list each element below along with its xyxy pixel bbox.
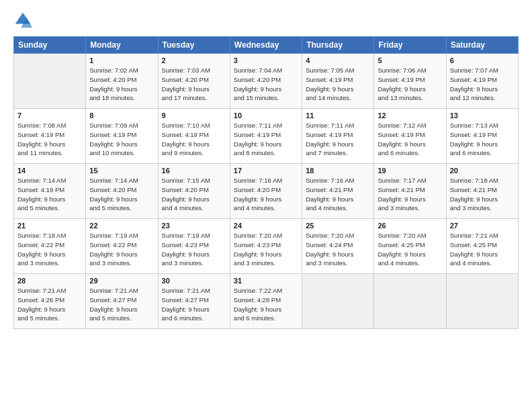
day-number: 23 (162, 222, 226, 230)
day-number: 15 (89, 167, 154, 175)
day-number: 9 (162, 111, 226, 120)
day-detail: Sunrise: 7:10 AM Sunset: 4:19 PM Dayligh… (162, 121, 226, 158)
calendar-cell: 13Sunrise: 7:13 AM Sunset: 4:19 PM Dayli… (446, 109, 518, 164)
calendar-cell: 1Sunrise: 7:02 AM Sunset: 4:20 PM Daylig… (86, 54, 158, 109)
calendar-cell: 18Sunrise: 7:16 AM Sunset: 4:21 PM Dayli… (302, 164, 374, 219)
day-number: 21 (17, 222, 82, 230)
calendar-cell: 12Sunrise: 7:12 AM Sunset: 4:19 PM Dayli… (374, 109, 446, 164)
day-detail: Sunrise: 7:09 AM Sunset: 4:19 PM Dayligh… (89, 121, 154, 158)
day-number: 4 (306, 56, 370, 64)
calendar-cell: 28Sunrise: 7:21 AM Sunset: 4:26 PM Dayli… (14, 274, 86, 329)
day-number: 13 (450, 111, 515, 120)
calendar-cell: 4Sunrise: 7:05 AM Sunset: 4:19 PM Daylig… (302, 54, 374, 109)
calendar-cell (374, 274, 446, 329)
day-detail: Sunrise: 7:11 AM Sunset: 4:19 PM Dayligh… (234, 121, 298, 158)
calendar-cell: 29Sunrise: 7:21 AM Sunset: 4:27 PM Dayli… (86, 274, 158, 329)
calendar-header-monday: Monday (86, 37, 158, 54)
calendar-cell: 24Sunrise: 7:20 AM Sunset: 4:23 PM Dayli… (230, 219, 302, 274)
calendar-header-row: SundayMondayTuesdayWednesdayThursdayFrid… (14, 37, 519, 54)
calendar-cell: 31Sunrise: 7:22 AM Sunset: 4:28 PM Dayli… (230, 274, 302, 329)
day-number: 19 (378, 167, 442, 175)
day-number: 5 (378, 56, 442, 64)
day-detail: Sunrise: 7:02 AM Sunset: 4:20 PM Dayligh… (89, 66, 154, 103)
day-number: 27 (450, 222, 515, 230)
calendar-header-wednesday: Wednesday (230, 37, 302, 54)
calendar-header-thursday: Thursday (302, 37, 374, 54)
day-detail: Sunrise: 7:20 AM Sunset: 4:24 PM Dayligh… (306, 231, 370, 268)
calendar-cell: 17Sunrise: 7:16 AM Sunset: 4:20 PM Dayli… (230, 164, 302, 219)
day-detail: Sunrise: 7:08 AM Sunset: 4:19 PM Dayligh… (17, 121, 82, 158)
calendar-cell: 5Sunrise: 7:06 AM Sunset: 4:19 PM Daylig… (374, 54, 446, 109)
calendar-header-tuesday: Tuesday (158, 37, 230, 54)
day-detail: Sunrise: 7:04 AM Sunset: 4:20 PM Dayligh… (234, 66, 298, 103)
day-detail: Sunrise: 7:18 AM Sunset: 4:21 PM Dayligh… (450, 176, 515, 213)
calendar-cell: 22Sunrise: 7:19 AM Sunset: 4:22 PM Dayli… (86, 219, 158, 274)
day-detail: Sunrise: 7:21 AM Sunset: 4:26 PM Dayligh… (17, 286, 82, 323)
day-detail: Sunrise: 7:21 AM Sunset: 4:27 PM Dayligh… (162, 286, 226, 323)
calendar-cell: 25Sunrise: 7:20 AM Sunset: 4:24 PM Dayli… (302, 219, 374, 274)
day-number: 28 (17, 277, 82, 285)
day-detail: Sunrise: 7:21 AM Sunset: 4:25 PM Dayligh… (450, 231, 515, 268)
day-detail: Sunrise: 7:20 AM Sunset: 4:23 PM Dayligh… (234, 231, 298, 268)
day-detail: Sunrise: 7:18 AM Sunset: 4:22 PM Dayligh… (17, 231, 82, 268)
day-number: 10 (234, 111, 298, 120)
day-number: 12 (378, 111, 442, 120)
calendar-week-3: 14Sunrise: 7:14 AM Sunset: 4:19 PM Dayli… (14, 164, 519, 219)
calendar-header-saturday: Saturday (446, 37, 518, 54)
day-number: 1 (89, 56, 154, 64)
day-detail: Sunrise: 7:14 AM Sunset: 4:19 PM Dayligh… (17, 176, 82, 213)
calendar-cell: 26Sunrise: 7:20 AM Sunset: 4:25 PM Dayli… (374, 219, 446, 274)
calendar-cell: 19Sunrise: 7:17 AM Sunset: 4:21 PM Dayli… (374, 164, 446, 219)
calendar-cell: 15Sunrise: 7:14 AM Sunset: 4:20 PM Dayli… (86, 164, 158, 219)
day-number: 20 (450, 167, 515, 175)
day-number: 2 (162, 56, 226, 64)
day-number: 3 (234, 56, 298, 64)
calendar-cell: 8Sunrise: 7:09 AM Sunset: 4:19 PM Daylig… (86, 109, 158, 164)
calendar-cell (446, 274, 518, 329)
day-number: 11 (306, 111, 370, 120)
day-detail: Sunrise: 7:16 AM Sunset: 4:20 PM Dayligh… (234, 176, 298, 213)
calendar-week-5: 28Sunrise: 7:21 AM Sunset: 4:26 PM Dayli… (14, 274, 519, 329)
day-detail: Sunrise: 7:07 AM Sunset: 4:19 PM Dayligh… (450, 66, 515, 103)
day-number: 29 (89, 277, 154, 285)
day-number: 25 (306, 222, 370, 230)
day-detail: Sunrise: 7:19 AM Sunset: 4:23 PM Dayligh… (162, 231, 226, 268)
day-number: 17 (234, 167, 298, 175)
day-detail: Sunrise: 7:11 AM Sunset: 4:19 PM Dayligh… (306, 121, 370, 158)
day-detail: Sunrise: 7:05 AM Sunset: 4:19 PM Dayligh… (306, 66, 370, 103)
calendar-cell: 7Sunrise: 7:08 AM Sunset: 4:19 PM Daylig… (14, 109, 86, 164)
calendar-cell: 23Sunrise: 7:19 AM Sunset: 4:23 PM Dayli… (158, 219, 230, 274)
calendar-cell: 30Sunrise: 7:21 AM Sunset: 4:27 PM Dayli… (158, 274, 230, 329)
day-detail: Sunrise: 7:15 AM Sunset: 4:20 PM Dayligh… (162, 176, 226, 213)
day-number: 6 (450, 56, 515, 64)
day-detail: Sunrise: 7:20 AM Sunset: 4:25 PM Dayligh… (378, 231, 442, 268)
calendar-cell: 6Sunrise: 7:07 AM Sunset: 4:19 PM Daylig… (446, 54, 518, 109)
logo (13, 11, 35, 30)
calendar-cell: 14Sunrise: 7:14 AM Sunset: 4:19 PM Dayli… (14, 164, 86, 219)
calendar-cell: 10Sunrise: 7:11 AM Sunset: 4:19 PM Dayli… (230, 109, 302, 164)
day-detail: Sunrise: 7:21 AM Sunset: 4:27 PM Dayligh… (89, 286, 154, 323)
calendar-week-2: 7Sunrise: 7:08 AM Sunset: 4:19 PM Daylig… (14, 109, 519, 164)
calendar-week-1: 1Sunrise: 7:02 AM Sunset: 4:20 PM Daylig… (14, 54, 519, 109)
logo-icon (13, 11, 32, 30)
day-number: 8 (89, 111, 154, 120)
day-number: 14 (17, 167, 82, 175)
day-detail: Sunrise: 7:14 AM Sunset: 4:20 PM Dayligh… (89, 176, 154, 213)
page: SundayMondayTuesdayWednesdayThursdayFrid… (0, 0, 532, 411)
day-detail: Sunrise: 7:13 AM Sunset: 4:19 PM Dayligh… (450, 121, 515, 158)
header (13, 11, 519, 30)
calendar-cell (14, 54, 86, 109)
calendar-cell: 3Sunrise: 7:04 AM Sunset: 4:20 PM Daylig… (230, 54, 302, 109)
day-number: 16 (162, 167, 226, 175)
calendar-header-friday: Friday (374, 37, 446, 54)
day-number: 31 (234, 277, 298, 285)
calendar-cell (302, 274, 374, 329)
day-number: 26 (378, 222, 442, 230)
day-detail: Sunrise: 7:16 AM Sunset: 4:21 PM Dayligh… (306, 176, 370, 213)
day-detail: Sunrise: 7:03 AM Sunset: 4:20 PM Dayligh… (162, 66, 226, 103)
calendar-week-4: 21Sunrise: 7:18 AM Sunset: 4:22 PM Dayli… (14, 219, 519, 274)
calendar-cell: 21Sunrise: 7:18 AM Sunset: 4:22 PM Dayli… (14, 219, 86, 274)
day-number: 18 (306, 167, 370, 175)
calendar-cell: 16Sunrise: 7:15 AM Sunset: 4:20 PM Dayli… (158, 164, 230, 219)
day-detail: Sunrise: 7:17 AM Sunset: 4:21 PM Dayligh… (378, 176, 442, 213)
